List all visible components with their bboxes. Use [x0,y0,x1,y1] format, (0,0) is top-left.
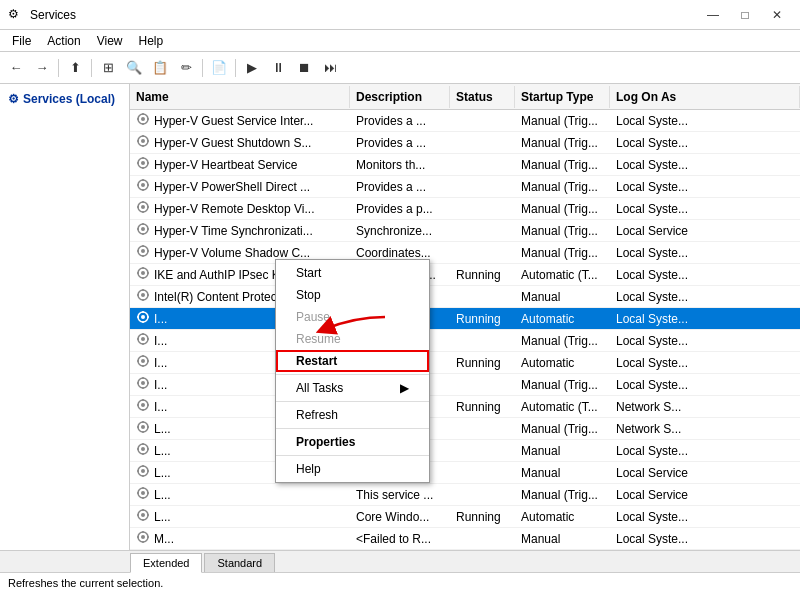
service-name-text: Hyper-V Heartbeat Service [154,158,297,172]
service-status-cell: Running [450,508,515,526]
table-row[interactable]: Hyper-V PowerShell Direct ...Provides a … [130,176,800,198]
service-status-cell: Running [450,398,515,416]
service-name-text: L... [154,422,171,436]
back-button[interactable]: ← [4,56,28,80]
service-startup-cell: Manual (Trig... [515,486,610,504]
service-icon [136,420,150,437]
pause-service-button[interactable]: ⏸ [266,56,290,80]
service-status-cell [450,471,515,475]
menu-item-file[interactable]: File [4,32,39,50]
edit-button[interactable]: ✏ [174,56,198,80]
tab-extended[interactable]: Extended [130,553,202,573]
svg-point-97 [141,469,145,473]
service-logon-cell: Local Syste... [610,332,800,350]
service-name-cell: L... [130,506,350,527]
restart-service-button[interactable]: ⏭ [318,56,342,80]
service-name-cell: Hyper-V Heartbeat Service [130,154,350,175]
table-row[interactable]: Hyper-V Guest Service Inter...Provides a… [130,110,800,132]
service-icon [136,310,150,327]
svg-point-73 [141,381,145,385]
table-row[interactable]: M...<Failed to R...ManualLocal Syste... [130,528,800,550]
service-startup-cell: Automatic (T... [515,266,610,284]
table-row[interactable]: L...Provides inf...ManualLocal Syste... [130,440,800,462]
header-description[interactable]: Description [350,86,450,108]
table-row[interactable]: L...This service ...Manual (Trig...Local… [130,484,800,506]
context-menu-item-restart[interactable]: Restart [276,350,429,372]
table-row[interactable]: Hyper-V Time Synchronizati...Synchronize… [130,220,800,242]
forward-button[interactable]: → [30,56,54,80]
table-row[interactable]: I...Configures ...Manual (Trig...Local S… [130,374,800,396]
stop-service-button[interactable]: ⏹ [292,56,316,80]
close-button[interactable]: ✕ [762,5,792,25]
header-startup-type[interactable]: Startup Type [515,86,610,108]
table-row[interactable]: I...Provides ne...Manual (Trig...Local S… [130,330,800,352]
service-icon [136,530,150,547]
table-row[interactable]: Hyper-V Volume Shadow C...Coordinates...… [130,242,800,264]
table-row[interactable]: IKE and AuthIP IPsec Keying...The IKEEXT… [130,264,800,286]
left-panel-label: Services (Local) [23,92,115,106]
up-button[interactable]: ⬆ [63,56,87,80]
table-row[interactable]: I...Service for I...RunningAutomaticLoca… [130,308,800,330]
copy-button[interactable]: 📋 [148,56,172,80]
tabs-bar: ExtendedStandard [0,550,800,572]
service-status-cell: Running [450,266,515,284]
title-bar: ⚙ Services — □ ✕ [0,0,800,30]
service-logon-cell: Network S... [610,398,800,416]
service-logon-cell: Local Service [610,486,800,504]
service-name-cell: Hyper-V Remote Desktop Vi... [130,198,350,219]
service-startup-cell: Manual [515,288,610,306]
table-row[interactable]: Hyper-V Remote Desktop Vi...Provides a p… [130,198,800,220]
service-name-cell: L... [130,484,350,505]
service-startup-cell: Manual (Trig... [515,222,610,240]
maximize-button[interactable]: □ [730,5,760,25]
header-name[interactable]: Name [130,86,350,108]
search-button[interactable]: 🔍 [122,56,146,80]
context-menu-item-start[interactable]: Start [276,262,429,284]
header-status[interactable]: Status [450,86,515,108]
service-startup-cell: Manual (Trig... [515,112,610,130]
menu-item-action[interactable]: Action [39,32,88,50]
table-row[interactable]: Hyper-V Guest Shutdown S...Provides a ..… [130,132,800,154]
table-row[interactable]: L...Core Windo...RunningAutomaticLocal S… [130,506,800,528]
service-startup-cell: Manual (Trig... [515,178,610,196]
service-icon [136,200,150,217]
toolbar-separator-2 [91,59,92,77]
table-row[interactable]: Intel(R) Content Protection ...Intel(R) … [130,286,800,308]
table-row[interactable]: I...Provides tu...RunningAutomaticLocal … [130,352,800,374]
window-title: Services [30,8,698,22]
service-logon-cell: Local Syste... [610,310,800,328]
context-menu-item-help[interactable]: Help [276,458,429,480]
start-service-button[interactable]: ▶ [240,56,264,80]
context-menu-item-stop[interactable]: Stop [276,284,429,306]
tab-standard[interactable]: Standard [204,553,275,572]
table-row[interactable]: Hyper-V Heartbeat ServiceMonitors th...M… [130,154,800,176]
service-startup-cell: Automatic (T... [515,398,610,416]
context-menu-item-all-tasks[interactable]: All Tasks▶ [276,377,429,399]
context-menu-item-properties[interactable]: Properties [276,431,429,453]
menu-item-view[interactable]: View [89,32,131,50]
table-body[interactable]: Hyper-V Guest Service Inter...Provides a… [130,110,800,550]
svg-point-115 [141,535,145,539]
service-logon-cell: Local Syste... [610,244,800,262]
context-menu-separator [276,401,429,402]
table-row[interactable]: I...Internet Pro...RunningAutomatic (T..… [130,396,800,418]
service-status-cell: Running [450,354,515,372]
service-icon [136,134,150,151]
svg-point-109 [141,513,145,517]
table-row[interactable]: L...Coordinates...Manual (Trig...Network… [130,418,800,440]
service-icon [136,376,150,393]
properties-tb-button[interactable]: 📄 [207,56,231,80]
minimize-button[interactable]: — [698,5,728,25]
table-row[interactable]: L...Creates a N...ManualLocal Service [130,462,800,484]
toolbar: ← → ⬆ ⊞ 🔍 📋 ✏ 📄 ▶ ⏸ ⏹ ⏭ [0,52,800,84]
service-status-cell [450,163,515,167]
service-icon [136,156,150,173]
context-menu-separator [276,455,429,456]
context-menu-item-refresh[interactable]: Refresh [276,404,429,426]
service-name-text: I... [154,356,167,370]
app-icon: ⚙ [8,7,24,23]
menu-item-help[interactable]: Help [131,32,172,50]
show-hide-button[interactable]: ⊞ [96,56,120,80]
header-log-on-as[interactable]: Log On As [610,86,800,108]
service-logon-cell: Local Syste... [610,178,800,196]
